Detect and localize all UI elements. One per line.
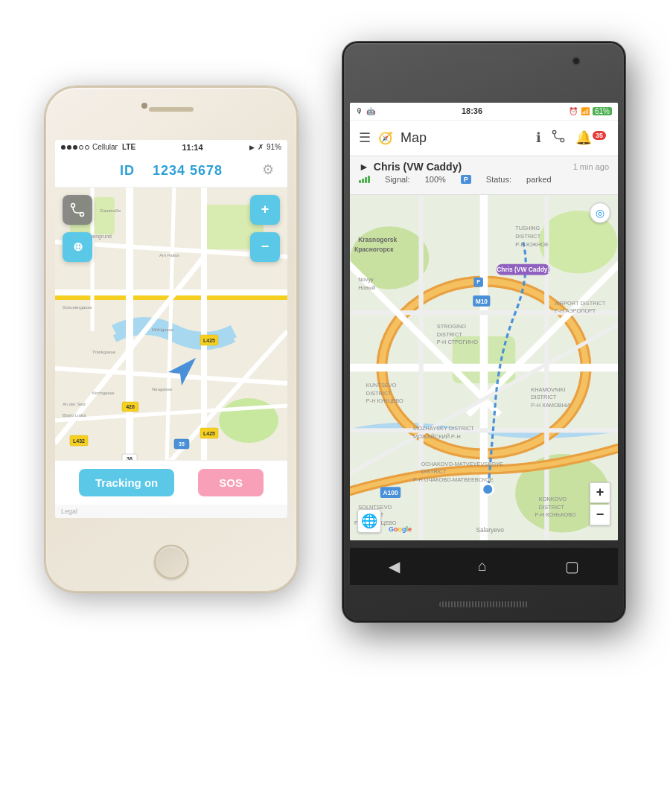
signal-bars-icon bbox=[359, 174, 370, 185]
gear-icon[interactable]: ⚙ bbox=[262, 162, 280, 179]
svg-text:Р-Н КОНЬКОВО: Р-Н КОНЬКОВО bbox=[535, 511, 576, 518]
center-button[interactable]: ⊕ bbox=[63, 232, 92, 262]
notification-count: 35 bbox=[593, 131, 606, 140]
android-android-icon: 🤖 bbox=[366, 107, 375, 115]
svg-text:P: P bbox=[476, 278, 480, 285]
svg-text:Tränkgasse: Tränkgasse bbox=[92, 350, 116, 354]
android-camera bbox=[572, 57, 581, 65]
vehicle-time-ago: 1 min ago bbox=[573, 162, 609, 171]
location-icon: ▶ bbox=[249, 144, 255, 151]
iphone-status-bar: Cellular LTE 11:14 ▶ ✗ 91% bbox=[55, 140, 287, 155]
svg-text:Krasnogorsk: Krasnogorsk bbox=[358, 236, 397, 243]
android-home-button[interactable]: ⌂ bbox=[478, 557, 487, 575]
info-icon[interactable]: ℹ bbox=[536, 130, 541, 146]
svg-text:Красногорск: Красногорск bbox=[354, 245, 394, 252]
svg-text:DISTRICT: DISTRICT bbox=[515, 233, 541, 240]
id-label: ID bbox=[120, 163, 135, 178]
signal-dot-5 bbox=[85, 145, 89, 150]
signal-dot-4 bbox=[79, 145, 83, 150]
wifi-icon: 📶 bbox=[581, 107, 590, 115]
android-mic-icon: 🎙 bbox=[356, 107, 363, 115]
compass-icon[interactable]: 🧭 bbox=[378, 131, 393, 145]
locate-button[interactable]: ◎ bbox=[590, 202, 610, 223]
iphone-map: Im Wiesengrund Gaustraße Schustergasse N… bbox=[55, 188, 287, 460]
route-toggle-button[interactable] bbox=[63, 195, 92, 225]
svg-text:Bistro Lioba: Bistro Lioba bbox=[63, 413, 86, 418]
svg-text:Р-Н КУНЦЕВО: Р-Н КУНЦЕВО bbox=[366, 397, 403, 404]
iphone-speaker bbox=[149, 107, 194, 112]
iphone-screen: Cellular LTE 11:14 ▶ ✗ 91% ID 1 bbox=[55, 140, 287, 518]
android-status-left: 🎙 🤖 bbox=[356, 107, 375, 115]
svg-text:Р-Н ХАМОВНИ: Р-Н ХАМОВНИ bbox=[531, 401, 570, 408]
sos-button[interactable]: SOS bbox=[198, 469, 264, 496]
alarm-icon: ⏰ bbox=[569, 107, 578, 115]
iphone-legal-footer: Legal bbox=[55, 505, 287, 518]
svg-text:Novyy: Novyy bbox=[358, 276, 374, 283]
notification-icon[interactable]: 🔔 35 bbox=[575, 130, 609, 146]
svg-text:МОЖАЙСКИЙ Р-Н: МОЖАЙСКИЙ Р-Н bbox=[413, 432, 461, 439]
svg-text:An der Selz: An der Selz bbox=[63, 402, 86, 406]
bluetooth-icon: ✗ bbox=[258, 143, 264, 151]
android-recents-button[interactable]: ▢ bbox=[565, 557, 579, 575]
scene: Cellular LTE 11:14 ▶ ✗ 91% ID 1 bbox=[45, 42, 625, 771]
android-back-button[interactable]: ◀ bbox=[389, 557, 400, 575]
iphone-device: Cellular LTE 11:14 ▶ ✗ 91% ID 1 bbox=[45, 86, 298, 592]
svg-text:Р-Н СТРОГИНО: Р-Н СТРОГИНО bbox=[437, 339, 478, 345]
iphone-status-right: ▶ ✗ 91% bbox=[249, 143, 281, 151]
battery-label: 91% bbox=[267, 143, 281, 151]
zoom-in-button[interactable]: + bbox=[250, 195, 280, 225]
iphone-home-button[interactable] bbox=[154, 545, 188, 579]
android-app-title: Map bbox=[401, 130, 529, 146]
android-time: 18:36 bbox=[462, 106, 482, 115]
svg-text:Schustergasse: Schustergasse bbox=[63, 305, 92, 310]
svg-text:Р-Н АЭРОПОРТ: Р-Н АЭРОПОРТ bbox=[555, 307, 596, 314]
android-bottom-speaker bbox=[439, 601, 529, 607]
android-nav-bar: ◀ ⌂ ▢ bbox=[350, 548, 618, 585]
vehicle-name-row: ► Chris (VW Caddy) 1 min ago bbox=[359, 161, 609, 173]
navigation-icon: ► bbox=[359, 161, 369, 173]
svg-point-96 bbox=[482, 484, 494, 495]
carrier-label: Cellular bbox=[92, 143, 118, 151]
signal-dot-3 bbox=[73, 145, 77, 150]
svg-point-3 bbox=[219, 398, 278, 443]
svg-text:Salaryevo: Salaryevo bbox=[476, 526, 504, 534]
svg-text:KHAMOVNIKI: KHAMOVNIKI bbox=[531, 386, 565, 392]
svg-text:L425: L425 bbox=[203, 431, 215, 436]
svg-text:KONKOVO: KONKOVO bbox=[539, 496, 567, 502]
vehicle-name: ► Chris (VW Caddy) bbox=[359, 161, 462, 173]
svg-text:DISTRICT: DISTRICT bbox=[539, 503, 565, 510]
svg-text:Am Falitor: Am Falitor bbox=[159, 253, 179, 258]
svg-text:Mühlgasse: Mühlgasse bbox=[152, 327, 174, 332]
svg-text:36: 36 bbox=[127, 456, 133, 460]
svg-text:KUNTSEVO: KUNTSEVO bbox=[366, 382, 397, 389]
svg-text:Gaustraße: Gaustraße bbox=[100, 208, 121, 213]
svg-text:DISTRICT: DISTRICT bbox=[421, 468, 447, 475]
svg-text:420: 420 bbox=[126, 404, 135, 409]
iphone-header: ID 1234 5678 ⚙ bbox=[55, 155, 287, 188]
vehicle-details: Signal: 100% P Status: parked bbox=[359, 174, 609, 185]
zoom-out-button[interactable]: − bbox=[250, 232, 280, 262]
svg-text:MOZHAYSKY DISTRICT: MOZHAYSKY DISTRICT bbox=[413, 425, 474, 432]
svg-text:AIRPORT DISTRICT: AIRPORT DISTRICT bbox=[555, 299, 606, 306]
iphone-bottom-bar: Tracking on SOS bbox=[55, 460, 287, 505]
tracking-on-button[interactable]: Tracking on bbox=[79, 469, 174, 496]
hamburger-icon[interactable]: ☰ bbox=[359, 130, 371, 146]
route-icon[interactable] bbox=[552, 130, 565, 146]
android-zoom-in-button[interactable]: + bbox=[590, 482, 610, 503]
android-zoom-out-button[interactable]: − bbox=[590, 505, 610, 525]
svg-text:Neugasse: Neugasse bbox=[152, 387, 173, 391]
status-label: Status: bbox=[486, 175, 511, 184]
svg-text:OCHAKOVO-MATVEYEVSKOYE: OCHAKOVO-MATVEYEVSKOYE bbox=[421, 460, 503, 467]
svg-point-40 bbox=[552, 130, 556, 134]
battery-label: 61% bbox=[593, 107, 612, 115]
svg-point-38 bbox=[71, 203, 75, 207]
iphone-camera bbox=[141, 103, 147, 109]
svg-text:A100: A100 bbox=[383, 488, 398, 496]
android-speaker bbox=[447, 54, 521, 60]
svg-text:35: 35 bbox=[179, 441, 185, 447]
map-type-button[interactable]: 🌐 bbox=[357, 509, 381, 533]
svg-text:STROGINO: STROGINO bbox=[437, 323, 467, 330]
network-label: LTE bbox=[122, 143, 135, 151]
signal-value: 100% bbox=[425, 175, 446, 184]
svg-text:Р-Н ЮЖНОЕ: Р-Н ЮЖНОЕ bbox=[515, 240, 549, 247]
